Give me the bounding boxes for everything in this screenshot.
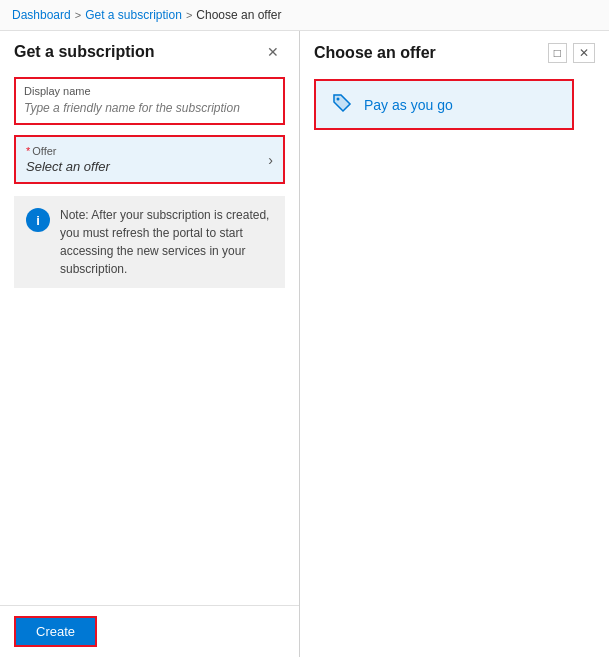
right-panel-close-button[interactable]: ✕ bbox=[573, 43, 595, 63]
right-panel-content: Pay as you go bbox=[300, 71, 609, 657]
right-panel-title: Choose an offer bbox=[314, 44, 436, 62]
offer-selector[interactable]: * Offer Select an offer › bbox=[14, 135, 285, 184]
breadcrumb-dashboard[interactable]: Dashboard bbox=[12, 8, 71, 22]
info-note: i Note: After your subscription is creat… bbox=[14, 196, 285, 288]
display-name-input[interactable] bbox=[24, 99, 275, 117]
breadcrumb: Dashboard > Get a subscription > Choose … bbox=[0, 0, 609, 31]
svg-point-0 bbox=[337, 98, 340, 101]
info-icon: i bbox=[26, 208, 50, 232]
offer-value: Select an offer bbox=[26, 159, 110, 174]
right-panel-controls: □ ✕ bbox=[548, 43, 595, 63]
right-panel-header: Choose an offer □ ✕ bbox=[300, 31, 609, 71]
chevron-right-icon: › bbox=[268, 152, 273, 168]
offer-label-row: * Offer Select an offer bbox=[26, 145, 110, 174]
right-panel: Choose an offer □ ✕ Pay as you go bbox=[300, 31, 609, 657]
left-panel: Get a subscription ✕ Display name * Offe… bbox=[0, 31, 300, 657]
breadcrumb-sep-2: > bbox=[186, 9, 192, 21]
left-panel-title: Get a subscription bbox=[14, 43, 154, 61]
display-name-group: Display name bbox=[14, 77, 285, 125]
breadcrumb-get-subscription[interactable]: Get a subscription bbox=[85, 8, 182, 22]
left-panel-content: Display name * Offer Select an offer › i bbox=[0, 69, 299, 605]
left-panel-footer: Create bbox=[0, 605, 299, 657]
pay-as-you-go-card[interactable]: Pay as you go bbox=[314, 79, 574, 130]
offer-label: * Offer bbox=[26, 145, 110, 157]
breadcrumb-sep-1: > bbox=[75, 9, 81, 21]
info-note-text: Note: After your subscription is created… bbox=[60, 206, 273, 278]
offer-label-text: Offer bbox=[32, 145, 56, 157]
breadcrumb-current: Choose an offer bbox=[196, 8, 281, 22]
offer-card-name: Pay as you go bbox=[364, 97, 453, 113]
left-panel-close-button[interactable]: ✕ bbox=[261, 43, 285, 61]
display-name-label: Display name bbox=[24, 85, 275, 97]
main-container: Get a subscription ✕ Display name * Offe… bbox=[0, 31, 609, 657]
required-star: * bbox=[26, 145, 30, 157]
create-button[interactable]: Create bbox=[14, 616, 97, 647]
left-panel-header: Get a subscription ✕ bbox=[0, 31, 299, 69]
tag-icon bbox=[330, 91, 354, 118]
maximize-button[interactable]: □ bbox=[548, 43, 567, 63]
display-name-wrapper: Display name bbox=[14, 77, 285, 125]
